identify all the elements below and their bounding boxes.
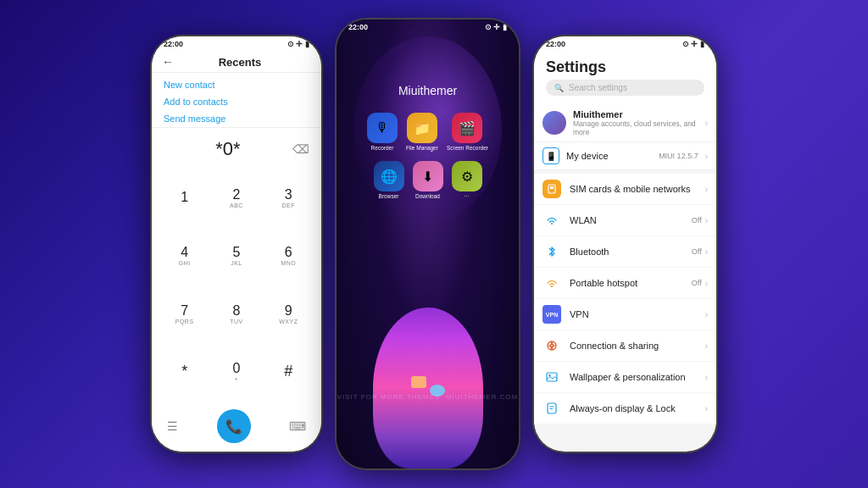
key-7[interactable]: 7PQRS [159,285,210,343]
watermark: VISIT FOR MORE THEMES: MIUITHEMER.COM [337,393,519,401]
bluetooth-text: Bluetooth [570,247,683,257]
settings-account-row[interactable]: Miuithemer Manage accounts, cloud servic… [534,104,716,142]
settings-my-device-row[interactable]: 📱 My device MIUI 12.5.7 › [534,142,716,170]
key-9[interactable]: 9WXYZ [263,285,314,343]
key-8[interactable]: 8TUV [210,285,262,343]
screen-dialer: 22:00 ⊙ ✛ ▮ ← Recents New contact Add to… [152,36,321,452]
menu-icon[interactable]: ☰ [167,419,178,433]
vpn-chevron: › [705,310,708,319]
wlan-status: Off [692,216,702,225]
settings-search-bar[interactable]: 🔍 Search settings [546,80,704,96]
app-misc-label: ··· [465,193,469,199]
wallpaper-label: Wallpaper & personalization [570,372,697,382]
status-icons-mid: ⊙ ✛ ▮ [485,23,507,31]
app-screenrec[interactable]: 🎬 Screen Recorder [447,113,488,151]
home-content: 22:00 ⊙ ✛ ▮ Miuithemer 🎙 Recorder 📁 File… [337,19,519,469]
app-filemanager[interactable]: 📁 File Manager [406,113,438,151]
vpn-icon: VPN [542,305,561,324]
aod-label: Always-on display & Lock [570,403,697,413]
status-time-mid: 22:00 [348,23,368,31]
settings-item-connection[interactable]: Connection & sharing › [534,330,716,362]
connection-right: › [705,341,708,351]
back-button[interactable]: ← [162,55,174,69]
dialer-display: *0* ⌫ [152,128,321,165]
app-recorder-icon: 🎙 [367,113,398,143]
status-time: 22:00 [164,40,183,48]
key-4[interactable]: 4GHI [159,227,210,286]
wlan-label: WLAN [570,215,683,225]
dialer-backspace[interactable]: ⌫ [292,142,309,156]
svg-point-7 [548,374,550,376]
key-2[interactable]: 2ABC [210,169,262,227]
aod-chevron: › [705,404,708,413]
connection-label: Connection & sharing [570,341,697,351]
settings-item-wlan[interactable]: WLAN Off › [534,205,716,236]
settings-title: Settings [546,55,704,80]
send-message-link[interactable]: Send message [164,114,309,124]
key-hash[interactable]: # [263,343,314,402]
key-0[interactable]: 0+ [210,343,262,402]
app-screenrec-label: Screen Recorder [447,145,488,151]
hotspot-text: Portable hotspot [570,278,683,288]
vpn-right: › [705,310,708,319]
account-info: Miuithemer Manage accounts, cloud servic… [573,109,698,136]
settings-header: Settings 🔍 Search settings [534,50,716,104]
sim-text: SIM cards & mobile networks [570,184,697,194]
dialer-bottom: ☰ 📞 ⌨ [152,404,321,452]
home-username: Miuithemer [337,33,519,106]
add-to-contacts-link[interactable]: Add to contacts [164,97,309,107]
account-sub: Manage accounts, cloud services, and mor… [573,119,698,136]
wallpaper-text: Wallpaper & personalization [570,372,697,382]
dialer-links: New contact Add to contacts Send message [152,73,321,128]
app-browser-icon: 🌐 [374,161,404,191]
account-name: Miuithemer [573,109,698,119]
status-bar-mid: 22:00 ⊙ ✛ ▮ [337,19,519,33]
connection-icon [542,336,561,355]
aod-icon [542,399,561,418]
new-contact-link[interactable]: New contact [164,80,309,90]
key-1[interactable]: 1 [159,169,210,227]
settings-item-hotspot[interactable]: Portable hotspot Off › [534,268,716,299]
hotspot-chevron: › [705,279,708,288]
settings-item-aod[interactable]: Always-on display & Lock › [534,393,716,424]
app-screenrec-icon: 🎬 [452,113,482,143]
wallpaper-icon [542,368,561,386]
app-recorder-label: Recorder [371,145,394,151]
app-grid-row2: 🌐 Browser ⬇ Download ⚙ ··· [337,158,519,202]
wlan-icon [542,211,561,230]
wallpaper-right: › [705,373,708,382]
settings-item-wallpaper[interactable]: Wallpaper & personalization › [534,362,716,393]
aod-right: › [705,404,708,413]
key-star[interactable]: * [159,343,210,402]
call-button[interactable]: 📞 [217,409,251,443]
app-download-label: Download [415,193,440,199]
wlan-chevron: › [705,216,708,225]
settings-item-vpn[interactable]: VPN VPN › [534,299,716,330]
key-6[interactable]: 6MNO [263,227,314,286]
bluetooth-icon [542,242,561,261]
svg-point-2 [551,286,553,287]
app-recorder[interactable]: 🎙 Recorder [367,113,398,151]
device-version: MIUI 12.5.7 [659,152,698,160]
wallpaper-chevron: › [705,373,708,382]
bluetooth-right: Off › [692,247,708,257]
vpn-text: VPN [570,309,697,319]
settings-item-sim[interactable]: SIM cards & mobile networks › [534,174,716,205]
key-5[interactable]: 5JKL [210,227,262,286]
key-3[interactable]: 3DEF [263,169,314,227]
app-misc-icon: ⚙ [452,161,482,191]
sim-chevron: › [705,185,708,194]
screen-home: 22:00 ⊙ ✛ ▮ Miuithemer 🎙 Recorder 📁 File… [337,19,519,469]
connection-text: Connection & sharing [570,341,697,351]
phone-left: 22:00 ⊙ ✛ ▮ ← Recents New contact Add to… [152,36,321,452]
vpn-label: VPN [570,309,697,319]
app-browser[interactable]: 🌐 Browser [374,161,404,199]
settings-item-bluetooth[interactable]: Bluetooth Off › [534,236,716,268]
app-misc[interactable]: ⚙ ··· [452,161,482,199]
app-filemanager-label: File Manager [406,145,438,151]
sim-right: › [705,185,708,194]
dialer-header: ← Recents [152,50,321,73]
status-bar-left: 22:00 ⊙ ✛ ▮ [152,36,321,50]
keypad-icon[interactable]: ⌨ [289,419,306,433]
app-download[interactable]: ⬇ Download [413,161,443,199]
